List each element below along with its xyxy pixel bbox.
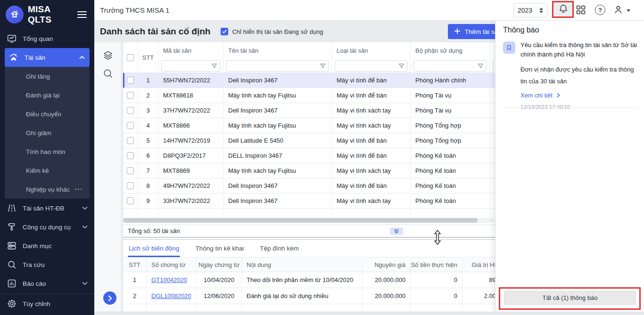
sidebar-item-bao-cao[interactable]: Báo cáo bbox=[0, 274, 94, 293]
notification-title: Yêu cầu kiểm tra thông tin tài sản từ Sở… bbox=[520, 40, 638, 59]
cell-name: Dell Inspiron 3467 bbox=[223, 103, 332, 118]
tab-thong-tin-ke-khai[interactable]: Thông tin kê khai bbox=[195, 245, 244, 257]
sidebar-item-tuy-chinh[interactable]: Tùy chỉnh bbox=[0, 294, 94, 313]
sidebar-item-label: Tùy chỉnh bbox=[23, 300, 88, 307]
year-value: 2023 bbox=[518, 7, 539, 14]
search-icon[interactable] bbox=[102, 68, 114, 79]
sidebar-item-nghiep-vu-khac[interactable]: Nghiệp vụ khác ⋯ bbox=[5, 180, 90, 199]
layers-icon[interactable] bbox=[102, 50, 114, 61]
submenu-label: Ghi giảm bbox=[26, 129, 51, 137]
row-checkbox[interactable] bbox=[127, 152, 134, 159]
select-all-checkbox[interactable] bbox=[127, 54, 134, 61]
screen: MISA QLTS Tổng quan Tài sản Ghi tăng Đán… bbox=[0, 0, 644, 315]
overview-icon bbox=[7, 33, 17, 44]
view-detail-link[interactable]: Xem chi tiết bbox=[520, 92, 638, 99]
sidebar-item-kiem-ke[interactable]: Kiểm kê bbox=[5, 161, 90, 180]
show-only-active-filter[interactable]: Chỉ hiển thị tài sản Đang sử dụng bbox=[221, 28, 323, 35]
cell-stt: 3 bbox=[138, 103, 158, 118]
cell-hm: 894 bbox=[462, 272, 500, 288]
collapse-detail-button[interactable] bbox=[390, 227, 403, 235]
cell-name: DELL Inspiron 3467 bbox=[223, 148, 332, 163]
column-header-dept: Bộ phận sử dụng bbox=[411, 42, 489, 59]
caret-down-icon bbox=[627, 9, 630, 12]
sidebar-logo-row: MISA QLTS bbox=[0, 0, 94, 29]
sidebar-item-tra-cuu[interactable]: Tra cứu bbox=[0, 255, 94, 274]
paint-roller-icon bbox=[7, 222, 17, 232]
checkbox-checked-icon[interactable] bbox=[221, 28, 228, 35]
row-checkbox[interactable] bbox=[127, 107, 134, 114]
sidebar-item-label: Tài sản HT-ĐB bbox=[23, 205, 76, 212]
column-header-amount: Số tiền thực hiện bbox=[411, 258, 462, 272]
chevron-up-icon bbox=[79, 56, 85, 59]
row-checkbox[interactable] bbox=[127, 137, 134, 144]
column-header-type: Loại tài sản bbox=[332, 42, 410, 59]
cell-stt: 7 bbox=[138, 163, 158, 178]
sidebar-item-ghi-tang[interactable]: Ghi tăng bbox=[5, 67, 90, 86]
notification-body: Đơn vị nhận được yêu cầu kiểm tra thông … bbox=[520, 64, 638, 87]
sidebar-item-label: Tổng quan bbox=[23, 35, 88, 42]
bell-icon bbox=[558, 3, 569, 16]
cell-stt: 9 bbox=[138, 194, 158, 208]
selected-row-bar bbox=[123, 73, 124, 88]
column-header-content: Nội dung bbox=[242, 258, 363, 272]
bottom-scroll-strip bbox=[94, 312, 644, 315]
filter-input-code[interactable] bbox=[161, 60, 220, 72]
tab-lich-su-bien-dong[interactable]: Lịch sử biến động bbox=[129, 245, 179, 257]
column-header-code: Mã tài sản bbox=[158, 42, 223, 59]
cell-type: Máy vi tính để bàn bbox=[332, 73, 411, 88]
cell-dept: Phòng Tài vụ bbox=[411, 88, 490, 103]
year-spinner-icon[interactable] bbox=[539, 8, 543, 13]
cell-code: 55H7WN72/2022 bbox=[158, 73, 223, 88]
notification-divider bbox=[503, 107, 636, 108]
cell-cost: 20.000.000 bbox=[363, 272, 411, 288]
user-icon bbox=[613, 4, 624, 17]
tab-tep-dinh-kem[interactable]: Tệp đính kèm bbox=[260, 245, 299, 257]
row-checkbox[interactable] bbox=[127, 77, 134, 84]
cell-stt: 2 bbox=[138, 88, 158, 103]
filter-input-name[interactable] bbox=[226, 60, 329, 72]
cell-code: MXT8866 bbox=[158, 118, 223, 133]
help-icon: ? bbox=[598, 7, 602, 14]
sidebar-item-ghi-giam[interactable]: Ghi giảm bbox=[5, 123, 90, 142]
document-link[interactable]: GT10042020 bbox=[151, 276, 187, 283]
apps-grid-button[interactable] bbox=[576, 5, 586, 15]
cell-code: 33H7WN72/2022 bbox=[158, 194, 223, 208]
sidebar-item-dieu-chuyen[interactable]: Điều chuyển bbox=[5, 105, 90, 123]
sidebar-item-tong-quan[interactable]: Tổng quan bbox=[0, 29, 94, 48]
document-link[interactable]: DGL10082020 bbox=[151, 292, 191, 299]
notification-item[interactable]: Yêu cầu kiểm tra thông tin tài sản từ Sở… bbox=[503, 40, 639, 110]
cell-stt: 4 bbox=[138, 118, 158, 133]
sidebar-item-danh-gia-lai[interactable]: Đánh giá lại bbox=[5, 86, 90, 105]
view-detail-label: Xem chi tiết bbox=[520, 92, 553, 99]
sidebar-item-tai-san-ht-db[interactable]: Tài sản HT-ĐB bbox=[0, 199, 94, 218]
expand-panel-button[interactable] bbox=[103, 291, 116, 305]
catalog-icon bbox=[7, 241, 17, 251]
notifications-button[interactable] bbox=[554, 1, 573, 17]
cell-code: MXT88618 bbox=[158, 88, 223, 103]
help-button[interactable]: ? bbox=[595, 5, 605, 15]
scrollbar-thumb[interactable] bbox=[123, 218, 478, 223]
row-checkbox[interactable] bbox=[127, 167, 134, 174]
year-select[interactable]: 2023 bbox=[513, 3, 547, 17]
row-checkbox[interactable] bbox=[127, 197, 134, 204]
horizontal-scrollbar[interactable] bbox=[123, 218, 495, 223]
cell-amount: 0 bbox=[411, 272, 462, 288]
cell-dept: Phòng Tổng hợp bbox=[411, 133, 490, 148]
unit-name: Trường THCS MISA 1 bbox=[100, 6, 169, 14]
sidebar-item-danh-muc[interactable]: Danh mục bbox=[0, 236, 94, 255]
all-notifications-button[interactable]: Tất cả (1) thông báo bbox=[504, 291, 636, 305]
row-checkbox[interactable] bbox=[127, 92, 134, 99]
cell-content: Theo dõi trên phần mềm từ 10/04/2020 bbox=[242, 272, 363, 288]
user-menu-button[interactable] bbox=[613, 4, 630, 17]
sidebar-item-tai-san[interactable]: Tài sản bbox=[5, 48, 90, 67]
row-checkbox[interactable] bbox=[127, 122, 134, 129]
menu-toggle-icon[interactable] bbox=[77, 9, 88, 20]
road-icon bbox=[7, 203, 17, 213]
filter-input-dept[interactable] bbox=[413, 60, 487, 72]
cell-type: Máy vi tính xách tay bbox=[332, 194, 411, 208]
submenu-label: Tính hao mòn bbox=[26, 148, 65, 155]
filter-input-type[interactable] bbox=[335, 60, 407, 72]
sidebar-item-tinh-hao-mon[interactable]: Tính hao mòn bbox=[5, 142, 90, 161]
row-checkbox[interactable] bbox=[127, 182, 134, 189]
sidebar-item-cong-cu-dung-cu[interactable]: Công cụ dụng cụ bbox=[0, 218, 94, 236]
